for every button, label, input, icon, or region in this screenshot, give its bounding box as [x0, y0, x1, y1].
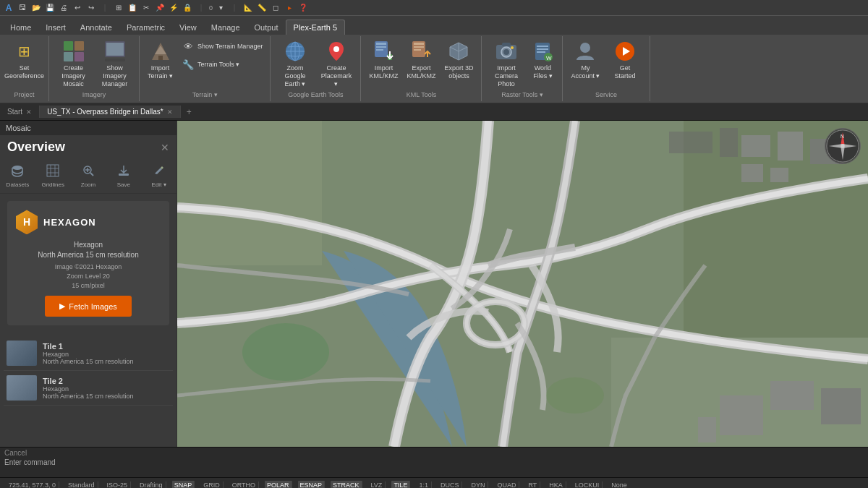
start-tab-close[interactable]: ✕ [26, 108, 32, 116]
create-imagery-mosaic-button[interactable]: Create ImageryMosaic [54, 38, 93, 90]
save-panel-icon [117, 164, 130, 180]
import-kml-button[interactable]: ImportKML/KMZ [365, 38, 401, 82]
svg-point-37 [12, 166, 22, 170]
document-tabs: Start ✕ US_TX - Overpass Bridge in Dalla… [0, 103, 868, 121]
measure-icon[interactable]: 📐 [242, 2, 254, 14]
provider-meta2: Zoom Level 20 [16, 272, 161, 281]
ribbon-group-raster: ImportCamera Photo W WorldFiles ▾ Raster… [482, 36, 563, 101]
zoom-earth-icon [284, 40, 307, 63]
cut-icon[interactable]: ✂ [140, 2, 152, 14]
gridlines-button[interactable]: Gridlines [35, 160, 71, 192]
get-started-icon [613, 40, 637, 63]
set-georeference-button[interactable]: ⊞ Set Georeference [4, 38, 44, 82]
ruler-icon[interactable]: 📏 [256, 2, 268, 14]
divider2: | [195, 2, 207, 14]
export-3d-label: Export 3Dobjects [444, 64, 473, 80]
ribbon-tabs: Home Insert Annotate Parametric View Man… [0, 16, 868, 35]
doc-tab-start[interactable]: Start ✕ [0, 106, 40, 118]
datasets-icon [11, 164, 24, 180]
tab-annotate[interactable]: Annotate [73, 20, 119, 35]
new-file-icon[interactable]: 🖫 [17, 2, 28, 14]
svg-rect-54 [741, 135, 770, 157]
import-terrain-button[interactable]: ImportTerrain ▾ [144, 38, 176, 82]
export-kml-button[interactable]: ExportKML/KMZ [403, 38, 439, 82]
provider-resolution: North America 15 cm resolution [16, 250, 161, 260]
tile-item-1[interactable]: Tile 1 Hexagon North America 15 cm resol… [4, 336, 173, 371]
dropdown-icon[interactable]: ▾ [215, 2, 226, 14]
new-tab-button[interactable]: + [181, 105, 197, 119]
tab-output[interactable]: Output [247, 20, 286, 35]
tab-view[interactable]: View [172, 20, 204, 35]
rect-icon[interactable]: ◻ [270, 2, 281, 14]
dyn-toggle[interactable]: DYN [468, 481, 488, 488]
doc-tab-main[interactable]: US_TX - Overpass Bridge in Dallas* ✕ [40, 106, 181, 118]
lockui-toggle[interactable]: LOCKUI [572, 481, 603, 488]
pin-icon[interactable]: 📌 [154, 2, 166, 14]
svg-rect-26 [502, 43, 511, 46]
save-icon[interactable]: 💾 [44, 2, 56, 14]
bolt-icon[interactable]: ⚡ [168, 2, 179, 14]
coordinates-display: 725.41, 577.3, 0 [6, 481, 59, 488]
provider-meta1: Image ©2021 Hexagon [16, 262, 161, 272]
get-started-button[interactable]: Get Started [605, 38, 645, 82]
terrain-tools-button[interactable]: 🔧 Terrain Tools ▾ [178, 56, 265, 73]
datasets-button[interactable]: Datasets [0, 160, 35, 192]
lock-icon[interactable]: 🔒 [182, 2, 193, 14]
my-account-button[interactable]: MyAccount ▾ [567, 38, 603, 82]
fetch-images-button[interactable]: ▶ Fetch Images [45, 296, 132, 317]
main-tab-close[interactable]: ✕ [167, 108, 173, 116]
map-viewport[interactable]: N [177, 121, 868, 447]
svg-rect-31 [537, 51, 545, 53]
quad-toggle[interactable]: QUAD [494, 481, 519, 488]
plot-icon[interactable]: 🖨 [58, 2, 69, 14]
show-imagery-manager-button[interactable]: Show ImageryManager [95, 38, 135, 90]
tile-list: Tile 1 Hexagon North America 15 cm resol… [0, 333, 176, 409]
panel-close-button[interactable]: ✕ [161, 142, 169, 153]
ribbon-group-project: ⊞ Set Georeference Project [0, 36, 49, 101]
edit-button[interactable]: Edit ▾ [141, 160, 176, 192]
imagery-group-label: Imagery [82, 91, 106, 100]
grid-toggle[interactable]: GRID [200, 481, 224, 488]
create-placemark-button[interactable]: CreatePlacemark ▾ [316, 38, 356, 90]
help-icon[interactable]: ❓ [297, 2, 309, 14]
placemark-label: CreatePlacemark ▾ [320, 64, 352, 87]
import-camera-photo-button[interactable]: ImportCamera Photo [486, 38, 526, 90]
ortho-toggle[interactable]: ORTHO [229, 481, 259, 488]
polar-toggle[interactable]: POLAR [265, 481, 292, 488]
export-3d-button[interactable]: Export 3Dobjects [441, 38, 477, 82]
ribbon-group-terrain: ImportTerrain ▾ 👁 Show Terrain Manager 🔧… [140, 36, 271, 101]
svg-marker-8 [155, 46, 166, 54]
hka-toggle[interactable]: HKA [546, 481, 566, 488]
strack-toggle[interactable]: STRACK [331, 481, 362, 488]
save-button[interactable]: Save [106, 160, 141, 192]
datasets-label: Datasets [7, 181, 30, 188]
esnap-toggle[interactable]: ESNAP [298, 481, 326, 488]
open-icon[interactable]: 📂 [30, 2, 42, 14]
import-terrain-label: ImportTerrain ▾ [148, 64, 173, 80]
snap-toggle[interactable]: SNAP [172, 481, 195, 488]
tab-parametric[interactable]: Parametric [119, 20, 172, 35]
svg-rect-3 [75, 52, 84, 61]
undo-icon[interactable]: ↩ [72, 2, 83, 14]
show-terrain-manager-button[interactable]: 👁 Show Terrain Manager [178, 38, 265, 55]
workspace-icon[interactable]: ⊞ [113, 2, 124, 14]
zoom-google-earth-button[interactable]: Zoom GoogleEarth ▾ [275, 38, 315, 90]
command-prompt[interactable]: Enter command [4, 458, 864, 466]
tab-insert[interactable]: Insert [38, 20, 73, 35]
tab-home[interactable]: Home [3, 20, 38, 35]
redo-icon[interactable]: ↪ [85, 2, 97, 14]
gridlines-label: Gridlines [41, 181, 64, 188]
ducs-toggle[interactable]: DUCS [438, 481, 463, 488]
tab-manage[interactable]: Manage [204, 20, 247, 35]
rt-toggle[interactable]: RT [525, 481, 540, 488]
zoom-button[interactable]: Zoom [71, 160, 106, 192]
play-icon[interactable]: ▸ [284, 2, 295, 14]
ribbon: ⊞ Set Georeference Project Create Imager… [0, 35, 868, 103]
tab-plexearth[interactable]: Plex-Earth 5 [286, 20, 346, 35]
clipboard-icon[interactable]: 📋 [127, 2, 138, 14]
app-icon: A [3, 2, 14, 14]
world-files-button[interactable]: W WorldFiles ▾ [527, 38, 558, 82]
drafting-display: Drafting [137, 481, 166, 488]
tile-item-2[interactable]: Tile 2 Hexagon North America 15 cm resol… [4, 371, 173, 406]
svg-point-25 [503, 49, 509, 55]
